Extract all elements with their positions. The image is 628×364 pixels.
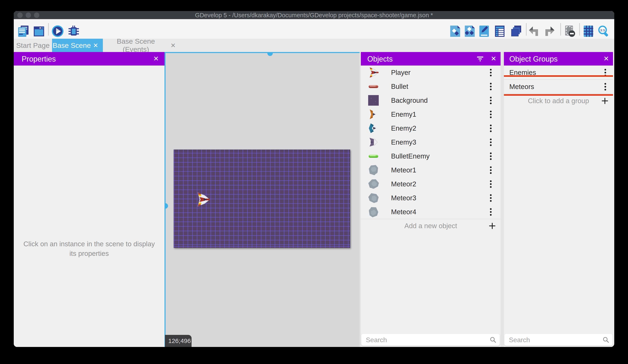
properties-panel-title: Properties: [22, 52, 56, 65]
kebab-icon[interactable]: [489, 124, 492, 132]
objects-search: [361, 334, 500, 346]
close-icon[interactable]: ✕: [491, 52, 496, 65]
add-group-label: Click to add a group: [504, 94, 613, 108]
object-groups-panel: Object Groups ✕ EnemiesMeteors Click to …: [504, 52, 613, 347]
kebab-icon[interactable]: [489, 68, 492, 77]
filter-icon[interactable]: [477, 55, 484, 62]
project-manager-icon[interactable]: [17, 25, 29, 37]
close-tab-icon[interactable]: ✕: [170, 42, 176, 49]
add-object-icon[interactable]: [449, 25, 461, 37]
close-icon[interactable]: ✕: [153, 52, 159, 65]
close-icon[interactable]: ✕: [603, 52, 609, 65]
kebab-icon[interactable]: [489, 110, 492, 119]
object-row-meteor2[interactable]: Meteor2: [361, 177, 501, 191]
object-label: Meteor2: [391, 177, 416, 191]
enemy2-ship-icon: [368, 123, 379, 134]
redo-icon[interactable]: [544, 25, 556, 37]
object-row-meteor3[interactable]: Meteor3: [361, 191, 501, 205]
svg-text:1:1: 1:1: [600, 28, 605, 32]
object-groups-panel-header: Object Groups ✕: [504, 52, 613, 65]
kebab-icon[interactable]: [604, 68, 607, 77]
panel-divider[interactable]: [501, 52, 504, 347]
play-preview-icon[interactable]: [52, 25, 64, 37]
object-row-background[interactable]: Background: [361, 93, 501, 108]
toolbar-separator: [526, 23, 527, 36]
resize-handle-top[interactable]: [267, 52, 273, 56]
tab-base-scene-events-[interactable]: Base Scene (Events)✕: [103, 39, 180, 52]
meteor-icon: [366, 176, 381, 192]
edit-scene-icon[interactable]: [478, 25, 490, 37]
cursor-coordinates-badge: 126;496: [165, 335, 192, 347]
close-tab-icon[interactable]: ✕: [93, 42, 98, 49]
plus-icon: [601, 97, 609, 105]
object-label: Enemy3: [391, 135, 416, 149]
search-icon[interactable]: [603, 337, 609, 343]
enemy1-ship-icon: [368, 109, 379, 120]
plus-icon: [488, 222, 496, 230]
objects-panel: Objects ✕ PlayerBulletBackgroundEnemy1En…: [361, 52, 501, 347]
player-ship-icon: [368, 67, 379, 78]
background-icon: [368, 95, 379, 106]
object-label: Meteor3: [391, 191, 416, 205]
kebab-icon[interactable]: [604, 83, 607, 91]
groups-search: [504, 334, 613, 346]
kebab-icon[interactable]: [489, 208, 492, 216]
kebab-icon[interactable]: [489, 180, 492, 188]
bullet-green-icon: [368, 151, 379, 162]
objects-search-input[interactable]: [365, 334, 477, 346]
window-title: GDevelop 5 - /Users/dkarakay/Documents/G…: [14, 11, 614, 19]
object-row-meteor4[interactable]: Meteor4: [361, 205, 501, 219]
properties-empty-message: Click on an instance in the scene to dis…: [22, 239, 156, 258]
resize-handle-left[interactable]: [164, 203, 168, 209]
kebab-icon[interactable]: [489, 138, 492, 146]
add-object-label: Add a new object: [361, 219, 501, 233]
tab-label: Start Page: [14, 41, 52, 50]
tab-bar: Start PageBase Scene✕Base Scene (Events)…: [14, 39, 614, 52]
search-icon[interactable]: [490, 337, 496, 343]
group-row-meteors[interactable]: Meteors: [504, 80, 613, 94]
tab-label: Base Scene (Events): [103, 37, 169, 54]
add-group-button[interactable]: Click to add a group: [504, 94, 613, 108]
tab-base-scene[interactable]: Base Scene✕: [52, 39, 103, 52]
game-window-top-edge: [164, 52, 360, 53]
kebab-icon[interactable]: [489, 152, 492, 160]
debug-icon[interactable]: [68, 25, 80, 37]
kebab-icon[interactable]: [489, 82, 492, 91]
groups-search-input[interactable]: [508, 334, 596, 346]
object-row-enemy3[interactable]: Enemy3: [361, 135, 501, 150]
object-row-enemy2[interactable]: Enemy2: [361, 121, 501, 136]
toggle-mask-icon[interactable]: [563, 25, 575, 37]
object-row-player[interactable]: Player: [361, 65, 501, 80]
object-label: Meteor1: [391, 163, 416, 177]
group-row-enemies[interactable]: Enemies: [504, 65, 613, 80]
undo-icon[interactable]: [527, 25, 539, 37]
toolbar-separator: [579, 23, 580, 36]
toggle-grid-icon[interactable]: [582, 25, 594, 37]
meteor-icon: [368, 165, 379, 176]
object-row-enemy1[interactable]: Enemy1: [361, 107, 501, 122]
gdevelop-window: GDevelop 5 - /Users/dkarakay/Documents/G…: [14, 11, 614, 347]
layers-icon[interactable]: [510, 25, 522, 37]
scene-properties-icon[interactable]: [494, 25, 506, 37]
group-label: Meteors: [509, 80, 534, 94]
kebab-icon[interactable]: [489, 96, 492, 105]
player-ship-instance[interactable]: [195, 190, 210, 209]
instances-list-icon[interactable]: [464, 25, 475, 37]
tab-start-page[interactable]: Start Page: [14, 39, 52, 52]
properties-panel-header: Properties ✕: [14, 52, 164, 65]
object-label: Background: [391, 93, 428, 107]
scene-window-icon[interactable]: [33, 25, 45, 37]
kebab-icon[interactable]: [489, 194, 492, 202]
main-toolbar: 1:1: [14, 19, 614, 39]
object-row-bulletenemy[interactable]: BulletEnemy: [361, 149, 501, 164]
object-label: Enemy2: [391, 121, 416, 135]
zoom-original-icon[interactable]: 1:1: [597, 25, 610, 37]
toolbar-separator: [48, 23, 49, 36]
kebab-icon[interactable]: [489, 166, 492, 174]
scene-canvas[interactable]: 126;496: [164, 52, 360, 347]
object-row-bullet[interactable]: Bullet: [361, 79, 501, 94]
object-label: Enemy1: [391, 107, 416, 121]
object-row-meteor1[interactable]: Meteor1: [361, 163, 501, 178]
add-object-button[interactable]: Add a new object: [361, 219, 501, 233]
group-label: Enemies: [509, 65, 536, 79]
